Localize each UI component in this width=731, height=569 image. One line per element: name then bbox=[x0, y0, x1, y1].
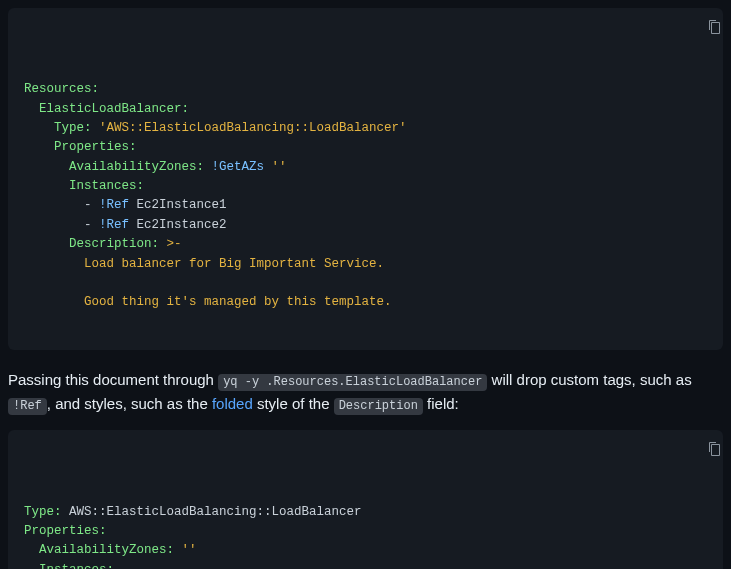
copy-button-2[interactable] bbox=[691, 438, 715, 462]
code-block-1: Resources: ElasticLoadBalancer: Type: 'A… bbox=[8, 8, 723, 350]
code-token: Good thing it's managed by this template… bbox=[24, 295, 392, 309]
code-token: '' bbox=[182, 543, 197, 557]
code-token: Instances: bbox=[39, 563, 114, 569]
code-token: Resources: bbox=[24, 82, 99, 96]
text: , and styles, such as the bbox=[47, 395, 212, 412]
code-token: Type: bbox=[24, 505, 62, 519]
folded-link[interactable]: folded bbox=[212, 395, 253, 412]
code-token bbox=[174, 543, 182, 557]
code-token: Description: bbox=[69, 237, 159, 251]
code-token bbox=[204, 160, 212, 174]
code-token bbox=[264, 160, 272, 174]
code-token: Properties: bbox=[54, 140, 137, 154]
code-token bbox=[24, 121, 54, 135]
code-token bbox=[159, 237, 167, 251]
code-token: Load balancer for Big Important Service. bbox=[24, 257, 384, 271]
code-token: AvailabilityZones: bbox=[69, 160, 204, 174]
code-token bbox=[24, 179, 69, 193]
code-token: !Ref bbox=[99, 198, 129, 212]
code-token: ElasticLoadBalancer: bbox=[39, 102, 189, 116]
code-token: Ec2Instance1 bbox=[129, 198, 227, 212]
code-token: !Ref bbox=[99, 218, 129, 232]
code-token bbox=[24, 237, 69, 251]
inline-code-desc: Description bbox=[334, 398, 423, 415]
code-content-2: Type: AWS::ElasticLoadBalancing::LoadBal… bbox=[24, 503, 707, 570]
code-token bbox=[24, 102, 39, 116]
code-token: >- bbox=[167, 237, 182, 251]
code-token: - bbox=[24, 198, 99, 212]
inline-code-ref: !Ref bbox=[8, 398, 47, 415]
text: style of the bbox=[253, 395, 334, 412]
text: Passing this document through bbox=[8, 371, 218, 388]
code-content-1: Resources: ElasticLoadBalancer: Type: 'A… bbox=[24, 80, 707, 313]
code-token: 'AWS::ElasticLoadBalancing::LoadBalancer… bbox=[99, 121, 407, 135]
code-token: AvailabilityZones: bbox=[39, 543, 174, 557]
copy-icon bbox=[684, 8, 722, 53]
code-token: AWS::ElasticLoadBalancing::LoadBalancer bbox=[62, 505, 362, 519]
code-block-2: Type: AWS::ElasticLoadBalancing::LoadBal… bbox=[8, 430, 723, 569]
code-token: Instances: bbox=[69, 179, 144, 193]
code-token: - bbox=[24, 218, 99, 232]
copy-icon bbox=[684, 430, 722, 475]
code-token: '' bbox=[272, 160, 287, 174]
code-token: !GetAZs bbox=[212, 160, 265, 174]
explanation-paragraph: Passing this document through yq -y .Res… bbox=[8, 368, 723, 416]
code-token bbox=[24, 563, 39, 569]
code-token bbox=[24, 543, 39, 557]
text: will drop custom tags, such as bbox=[487, 371, 691, 388]
code-token bbox=[24, 160, 69, 174]
code-token: Type: bbox=[54, 121, 92, 135]
code-token: Properties: bbox=[24, 524, 107, 538]
text: field: bbox=[423, 395, 459, 412]
inline-code-cmd: yq -y .Resources.ElasticLoadBalancer bbox=[218, 374, 487, 391]
code-token bbox=[92, 121, 100, 135]
code-token bbox=[24, 140, 54, 154]
copy-button-1[interactable] bbox=[691, 16, 715, 40]
code-token: Ec2Instance2 bbox=[129, 218, 227, 232]
